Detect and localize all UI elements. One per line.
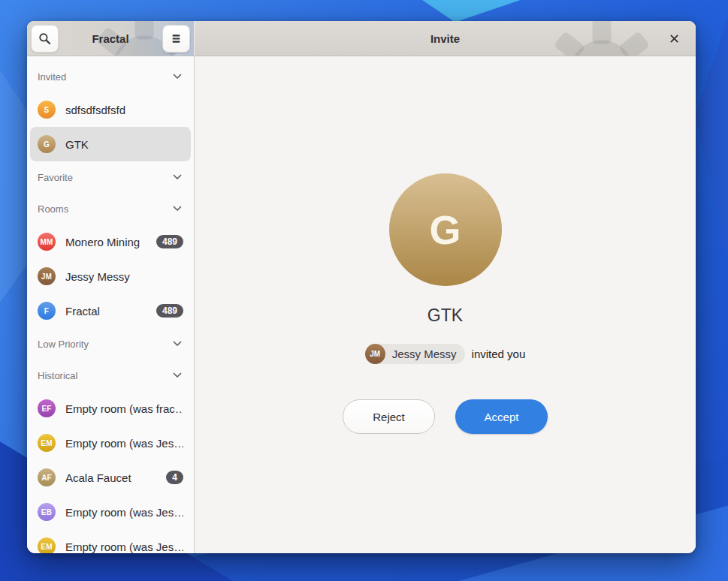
sidebar-section-invited[interactable]: Invited (27, 61, 194, 92)
page-title: Invite (195, 32, 696, 45)
avatar: EM (38, 537, 56, 553)
invite-view: G GTK JM Jessy Messy invited you Reject … (194, 56, 696, 553)
accept-button[interactable]: Accept (455, 399, 548, 434)
sidebar-section-historical[interactable]: Historical (27, 360, 194, 391)
room-list-item-selected[interactable]: G GTK (30, 127, 191, 161)
invited-by-row: JM Jessy Messy invited you (365, 343, 526, 364)
room-list-item[interactable]: AF Acala Faucet 4 (27, 460, 194, 495)
fractal-window: Fractal Invite (27, 21, 696, 553)
chevron-down-icon (171, 338, 183, 350)
room-sidebar: Invited S sdfsdfsdfsfd G GTK Favorite Ro… (27, 56, 194, 553)
avatar: EB (38, 503, 56, 521)
avatar: F (38, 302, 56, 320)
room-list-item[interactable]: EB Empty room (was Jes… (27, 495, 194, 529)
sidebar-section-rooms[interactable]: Rooms (27, 193, 194, 224)
search-icon (38, 32, 51, 45)
unread-count-badge: 489 (156, 304, 183, 318)
main-headerbar: Invite (194, 21, 696, 56)
sidebar-headerbar: Fractal (27, 21, 194, 56)
search-button[interactable] (31, 25, 59, 53)
sidebar-title: Fractal (59, 32, 162, 45)
room-list-item[interactable]: F Fractal 489 (27, 294, 194, 328)
chevron-down-icon (171, 71, 183, 83)
main-menu-button[interactable] (162, 25, 190, 53)
chevron-down-icon (171, 369, 183, 381)
unread-count-badge: 489 (156, 235, 183, 248)
inviter-name: Jessy Messy (392, 348, 457, 360)
avatar: EM (38, 434, 56, 452)
unread-count-badge: 4 (166, 471, 183, 484)
reject-button[interactable]: Reject (343, 399, 435, 434)
invited-you-text: invited you (472, 348, 526, 360)
room-list-item[interactable]: JM Jessy Messy (27, 259, 194, 294)
avatar: AF (38, 468, 56, 486)
room-list-item[interactable]: EF Empty room (was frac… (27, 391, 194, 426)
avatar: S (38, 101, 56, 119)
avatar: G (38, 135, 56, 153)
room-avatar: G (389, 173, 502, 286)
avatar: MM (38, 233, 56, 251)
room-list-item[interactable]: EM Empty room (was Jes… (27, 426, 194, 460)
sidebar-section-favorite[interactable]: Favorite (27, 161, 194, 193)
close-icon (669, 33, 680, 44)
inviter-pill: JM Jessy Messy (365, 344, 465, 364)
close-window-button[interactable] (663, 21, 685, 56)
room-list-item[interactable]: S sdfsdfsdfsfd (27, 92, 194, 127)
sidebar-section-low-priority[interactable]: Low Priority (27, 328, 194, 360)
room-list-item[interactable]: EM Empty room (was Jes… (27, 529, 194, 553)
room-list-item[interactable]: MM Monero Mining 489 (27, 224, 194, 259)
inviter-avatar: JM (365, 344, 385, 364)
hamburger-menu-icon (170, 32, 183, 45)
invite-actions: Reject Accept (343, 399, 548, 434)
chevron-down-icon (171, 171, 183, 183)
avatar: EF (38, 399, 56, 417)
room-name: GTK (427, 304, 463, 327)
avatar: JM (38, 267, 56, 285)
chevron-down-icon (171, 203, 183, 215)
